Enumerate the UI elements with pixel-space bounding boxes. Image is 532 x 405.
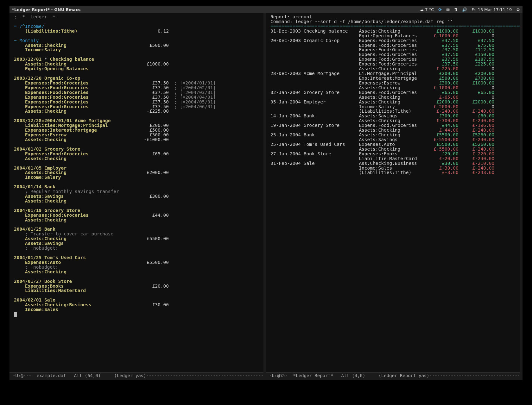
source-line: Expenses:Auto £5500.00 <box>14 260 262 265</box>
report-row: 25-Jan-2004 Bank Assets:Checking £5500.0… <box>270 133 518 137</box>
source-line: 2004/01/02 Grocery Store <box>14 147 262 152</box>
report-row: Income:Sales £-30.00 £-240.00 <box>270 166 518 171</box>
source-line: Expenses:Food:Groceries £37.50 ; [=2004/… <box>14 85 262 90</box>
source-line: ; :nobudget: <box>14 246 262 251</box>
report-row: 28-Dec-2003 Acme Mortgage Li:Mortgage:Pr… <box>270 71 518 76</box>
report-row: Assets:Checking £-225.00 0 <box>270 66 518 71</box>
source-line: Expenses:Food:Groceries £37.50 ; [=2004/… <box>14 95 262 100</box>
source-line: Expenses:Food:Groceries £37.50 ; [=2004/… <box>14 100 262 104</box>
report-row: Assets:Checking £-65.00 0 <box>270 95 518 100</box>
source-line: Expenses:Food:Groceries £37.50 ; [=2004/… <box>14 81 262 85</box>
source-line: Income:Sales <box>14 307 262 312</box>
source-line: 2004/01/25 Tom's Used Cars <box>14 255 262 260</box>
report-row: Liabilitie:MasterCard £-20.00 £-240.00 <box>270 156 518 161</box>
report-row: Exp:Interest:Mortgage £500.00 £700.00 <box>270 76 518 81</box>
report-row: Assets:Checking £-5500.00 £-240.00 <box>270 147 518 152</box>
source-line <box>14 180 262 184</box>
right-scrollbar[interactable] <box>520 13 522 380</box>
report-row: 19-Jan-2004 Grocery Store Expens:Food:Gr… <box>270 123 518 128</box>
report-row: 27-Jan-2004 Book Store Expenses:Books £2… <box>270 152 518 156</box>
source-line <box>14 203 262 208</box>
source-line: Liabilities:Mortgage:Principal £200.00 <box>14 123 262 128</box>
source-line: Expenses:Food:Groceries £44.00 <box>14 213 262 218</box>
left-scrollbar[interactable] <box>263 13 266 380</box>
ledger-report-buffer[interactable]: Report: accountCommand: ledger --sort d … <box>266 13 520 372</box>
source-line: 2004/01/25 Bank <box>14 227 262 232</box>
gear-icon[interactable]: ⚙ <box>516 8 520 12</box>
report-row: Assets:Checking £-44.00 £-240.00 <box>270 128 518 133</box>
right-pane: Report: accountCommand: ledger --sort d … <box>266 13 520 380</box>
source-line: 2004/02/01 Sale <box>14 298 262 302</box>
source-line: ; :nobudget: <box>14 265 262 270</box>
report-row: (Liabilities:Tithe) £-3.60 £-243.60 <box>270 170 518 175</box>
window-title: *Ledger Report* - GNU Emacs <box>12 8 420 12</box>
report-row: Expenses:Escrow £300.00 £1000.00 <box>270 81 518 85</box>
source-line: Assets:Checking <box>14 270 262 274</box>
mail-icon[interactable]: ✉ <box>446 8 450 12</box>
report-row: Income:Salary £-2000.00 0 <box>270 104 518 109</box>
source-line: Expenses:Food:Groceries £37.50 ; [=2004/… <box>14 90 262 95</box>
clock[interactable]: Fri 15 Mar 17:11:19 <box>472 8 512 12</box>
report-header: Report: accountCommand: ledger --sort d … <box>270 15 518 29</box>
report-row: Assets:Checking £-1000.00 0 <box>270 85 518 90</box>
source-line: 2003/12/01 * Checking balance <box>14 57 262 62</box>
weather-indicator[interactable]: ☁ 7 °C <box>420 8 434 12</box>
source-line: Expenses:Food:Groceries £37.50 ; [=2004/… <box>14 104 262 109</box>
source-line: Assets:Checking <box>14 199 262 203</box>
source-line: Assets:Checking £1000.00 <box>14 62 262 66</box>
source-line: ~ Monthly <box>14 38 262 43</box>
source-line <box>14 312 262 317</box>
report-row: Assets:Savings £-5500.00 £-240.00 <box>270 137 518 142</box>
report-row: 02-Jan-2004 Grocery Store Expens:Food:Gr… <box>270 90 518 95</box>
report-row: Expens:Food:Groceries £37.50 £112.50 <box>270 47 518 52</box>
report-row: 14-Jan-2004 Bank Assets:Savings £300.00 … <box>270 114 518 118</box>
source-line: ; Regular monthly savings transfer <box>14 189 262 194</box>
source-line: Assets:Checking -£225.00 <box>14 109 262 114</box>
source-line: Expenses:Escrow £300.00 <box>14 133 262 137</box>
report-row: 20-Dec-2003 Organic Co-op Expens:Food:Gr… <box>270 38 518 43</box>
source-line: 2004/01/05 Employer <box>14 166 262 171</box>
report-row: Expens:Food:Groceries £37.50 £75.00 <box>270 43 518 48</box>
ledger-file-buffer[interactable]: ; -*- ledger -*- = /^Income/ (Liabilitie… <box>10 13 263 372</box>
emacs-frame: ; -*- ledger -*- = /^Income/ (Liabilitie… <box>10 13 522 380</box>
report-row: 05-Jan-2004 Employer Assets:Checking £20… <box>270 100 518 104</box>
report-row: Expens:Food:Groceries £37.50 £150.00 <box>270 52 518 57</box>
volume-icon[interactable]: 🔊 <box>462 8 467 12</box>
source-line: Assets:Savings <box>14 241 262 246</box>
taskbar: *Ledger Report* - GNU Emacs ☁ 7 °C ⟳ ✉ ⇅… <box>10 6 522 13</box>
source-line <box>14 52 262 57</box>
system-tray: ☁ 7 °C ⟳ ✉ ⇅ 🔊 Fri 15 Mar 17:11:19 ⚙ <box>420 8 520 12</box>
report-row: Expens:Food:Groceries £37.50 £225.00 <box>270 62 518 66</box>
source-line <box>14 114 262 118</box>
source-line <box>14 274 262 279</box>
source-line: 2003/12/28=2004/01/01 Acme Mortgage <box>14 118 262 123</box>
left-modeline: -U:@--- example.dat All (64,0) (Ledger y… <box>10 372 263 380</box>
source-line <box>14 19 262 24</box>
source-line: Equity:Opening Balances <box>14 66 262 71</box>
right-modeline: -U:@%%- *Ledger Report* All (4,0) (Ledge… <box>266 372 520 380</box>
source-line: Liabilities:MasterCard <box>14 288 262 293</box>
report-row: 01-Feb-2004 Sale Ass:Checking:Business £… <box>270 161 518 166</box>
report-row: 01-Dec-2003 Checking balance Assets:Chec… <box>270 29 518 34</box>
report-row: Equi:Opening Balances £-1000.00 0 <box>270 34 518 38</box>
source-line: 2004/01/19 Grocery Store <box>14 208 262 213</box>
source-line <box>14 161 262 166</box>
source-line: Expenses:Books £20.00 <box>14 284 262 289</box>
source-line <box>14 71 262 76</box>
report-row: (Liabilities:Tithe) £-240.00 £-240.00 <box>270 109 518 114</box>
source-line: Assets:Savings £300.00 <box>14 194 262 199</box>
network-icon[interactable]: ⇅ <box>454 8 458 12</box>
source-line: Assets:Checking £5500.00 <box>14 236 262 241</box>
source-line: Income:Salary <box>14 175 262 180</box>
refresh-icon[interactable]: ⟳ <box>438 8 442 12</box>
left-pane: ; -*- ledger -*- = /^Income/ (Liabilitie… <box>10 13 263 380</box>
source-line: (Liabilities:Tithe) 0.12 <box>14 29 262 34</box>
source-line: ; -*- ledger -*- <box>14 15 262 19</box>
source-line: ; Transfer to cover car purchase <box>14 232 262 236</box>
source-line <box>14 222 262 227</box>
source-line: Assets:Checking £500.00 <box>14 43 262 48</box>
source-line: 2003/12/20 Organic Co-op <box>14 76 262 81</box>
source-line: Assets:Checking -£1000.00 <box>14 137 262 142</box>
source-line: Expenses:Interest:Mortgage £500.00 <box>14 128 262 133</box>
source-line: Expenses:Food:Groceries £65.00 <box>14 152 262 156</box>
